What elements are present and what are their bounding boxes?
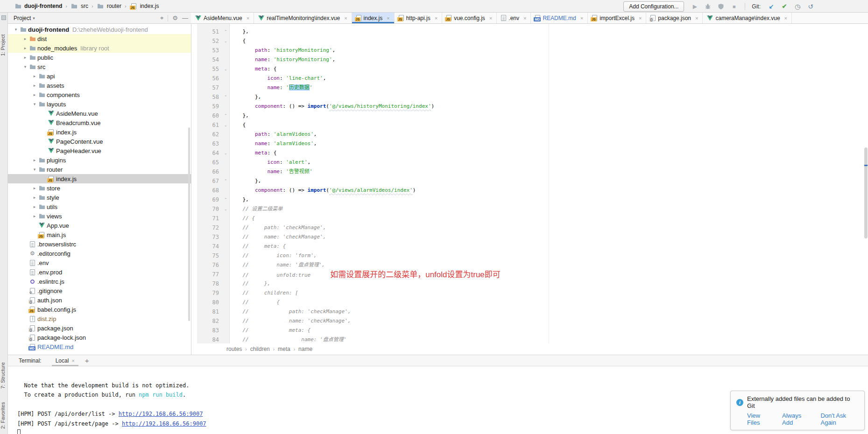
code-line[interactable]: name: '告警视频' [230,167,862,176]
editor-breadcrumb-item[interactable]: meta [278,346,290,352]
git-history-icon[interactable]: ◷ [793,3,802,10]
chevron-right-icon[interactable]: ▸ [31,214,38,218]
settings-icon[interactable]: ⚙ [172,14,178,21]
tree-item[interactable]: MDREADME.md [8,342,191,351]
code-line[interactable]: // { [230,214,862,223]
fold-end-icon[interactable]: ⌃ [224,176,227,186]
code-line[interactable]: }, [230,27,862,36]
breadcrumb-item[interactable]: router [97,3,121,9]
code-line[interactable]: }, [230,195,862,204]
tree-item[interactable]: ⚙.editorconfig [8,249,191,258]
tree-item[interactable]: .env [8,258,191,267]
git-rollback-icon[interactable]: ↺ [806,3,815,10]
close-icon[interactable]: × [489,15,492,21]
editor-tab[interactable]: .env× [497,13,531,23]
tree-item[interactable]: JSindex.js [8,127,191,137]
chevron-down-icon[interactable]: ▾ [31,167,38,172]
tree-item[interactable]: ▾layouts [8,99,191,109]
chevron-right-icon[interactable]: ▸ [31,204,38,209]
editor-scrollbar-thumb[interactable] [864,147,868,238]
code-line[interactable]: }, [230,176,862,186]
code-line[interactable]: // name: 'checkManage', [230,316,862,326]
editor-tab[interactable]: cameraManage\index.vue× [703,13,792,23]
chevron-down-icon[interactable]: ▾ [33,16,35,21]
code-editor[interactable]: 51⌃52⌄535455⌄565758⌃5960⌃61⌄626364⌄65666… [191,24,868,343]
fold-collapse-icon[interactable]: ⌄ [224,148,227,158]
git-commit-icon[interactable]: ✔ [780,3,789,10]
tree-item[interactable]: ▸utils [8,202,191,211]
editor-tab[interactable]: {}package.json× [646,13,703,23]
close-icon[interactable]: × [247,15,249,21]
tool-windows-icon[interactable] [1,15,6,20]
tree-item[interactable]: ▾duoji-frontendD:\zheheWeb\duoji-fronten… [8,25,191,34]
tree-item[interactable]: AsideMenu.vue [8,109,191,118]
locate-icon[interactable]: ⌖ [160,14,163,22]
code-line[interactable]: component: () => import('@/views/history… [230,102,862,111]
chevron-right-icon[interactable]: ▸ [22,36,28,41]
code-line[interactable]: // { [230,298,862,307]
editor-tab[interactable]: JSindex.js× [352,13,395,23]
tree-item[interactable]: ▸dist [8,34,191,43]
tree-item[interactable]: JSindex.js [8,174,191,183]
chevron-right-icon[interactable]: ▸ [31,195,38,200]
tree-item[interactable]: .eslintrc.js [8,277,191,286]
close-icon[interactable]: × [639,15,642,21]
chevron-down-icon[interactable]: ▾ [31,102,38,106]
chevron-right-icon[interactable]: ▸ [31,186,38,190]
editor-tab[interactable]: JSimportExcel.js× [588,13,646,23]
editor-tab[interactable]: AsideMenu.vue× [191,13,254,23]
code-line[interactable]: // name: 'checkManage', [230,232,862,242]
code-line[interactable]: }, [230,92,862,102]
code-line[interactable]: // icon: 'form', [230,251,862,260]
git-update-icon[interactable]: ↙ [767,3,776,10]
code-line[interactable]: // children: [ [230,288,862,298]
chevron-down-icon[interactable]: ▾ [22,64,28,69]
stripe-button-structure[interactable]: 7: Structure [0,357,8,394]
fold-end-icon[interactable]: ⌃ [224,92,227,102]
editor-tab[interactable]: JSvue.config.js× [442,13,497,23]
tree-item[interactable]: .browserslistrc [8,239,191,249]
fold-collapse-icon[interactable]: ⌄ [224,204,227,214]
code-line[interactable]: // }, [230,279,862,288]
notification-action-view-files[interactable]: View Files [747,412,772,426]
stop-icon[interactable]: ■ [730,4,738,9]
tree-item[interactable]: ▸style [8,193,191,202]
tree-item[interactable]: PageContent.vue [8,137,191,146]
code-line[interactable]: name: 'historyMonitoring', [230,55,862,64]
code-line[interactable]: // name: '盘点管理' [230,335,862,343]
project-tree-scrollbar[interactable] [188,127,190,321]
close-icon[interactable]: × [435,15,438,21]
code-line[interactable]: // meta: { [230,242,862,251]
tree-item[interactable]: PageHeader.vue [8,146,191,155]
code-line[interactable]: // path: 'checkManage', [230,223,862,232]
chevron-right-icon[interactable]: ▸ [22,55,28,60]
tree-item[interactable]: ▸assets [8,81,191,90]
terminal-tab-local[interactable]: Local × [52,355,78,366]
breadcrumb-item[interactable]: src [71,3,88,9]
stripe-button-favorites[interactable]: 2: Favorites [0,396,8,434]
code-line[interactable]: // meta: { [230,326,862,335]
fold-end-icon[interactable]: ⌃ [224,27,227,36]
tree-item[interactable]: ▸api [8,71,191,81]
editor-tab[interactable]: MDREADME.md× [531,13,588,23]
new-terminal-session-button[interactable]: + [85,357,89,364]
code-line[interactable]: { [230,36,862,46]
editor-breadcrumb-item[interactable]: children [250,346,270,352]
chevron-right-icon[interactable]: ▸ [22,46,28,50]
code-line[interactable]: // path: 'checkManage', [230,307,862,316]
breadcrumb-item[interactable]: JSindex.js [130,3,159,9]
project-panel-title[interactable]: Project [14,15,31,21]
fold-collapse-icon[interactable]: ⌄ [224,120,227,130]
editor-gutter[interactable]: 51⌃52⌄535455⌄565758⌃5960⌃61⌄626364⌄65666… [197,24,230,343]
close-icon[interactable]: × [523,15,526,21]
fold-collapse-icon[interactable]: ⌄ [224,64,227,74]
code-line[interactable]: path: 'alarmVideos', [230,130,862,139]
tree-item[interactable]: ⊘.gitignore [8,286,191,295]
close-icon[interactable]: × [71,358,74,364]
editor-tab[interactable]: JShttp-api.js× [395,13,442,23]
fold-collapse-icon[interactable]: ⌄ [224,36,227,46]
tree-item[interactable]: JSbabel.config.js [8,305,191,314]
tree-item[interactable]: ▸components [8,90,191,99]
add-configuration-button[interactable]: Add Configuration... [623,1,684,12]
tree-item[interactable]: .env.prod [8,267,191,277]
